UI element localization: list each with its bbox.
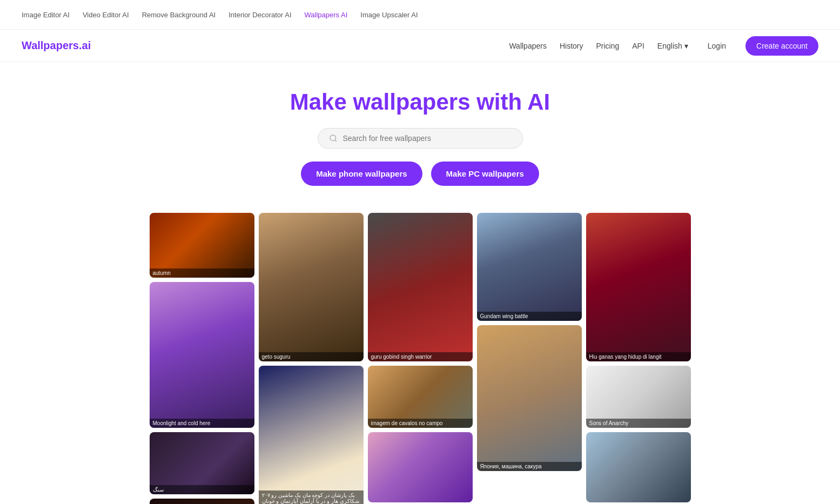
gallery-label-c3-1: guru gobind singh warrior <box>368 352 473 361</box>
gallery-card-c1-4[interactable] <box>150 499 254 504</box>
gallery-image-c4-1 <box>477 213 582 321</box>
gallery-image-c2-2 <box>259 366 364 504</box>
gallery-image-c1-1 <box>150 213 254 278</box>
gallery-card-c3-2[interactable]: imagem de cavalos no campo <box>368 366 473 428</box>
top-bar-links: Image Editor AI Video Editor AI Remove B… <box>22 11 418 19</box>
gallery: autumnMoonlight and cold hereسنگgeto sug… <box>0 202 840 504</box>
gallery-image-c5-3 <box>586 432 691 502</box>
gallery-card-c2-1[interactable]: geto suguru <box>259 213 364 361</box>
nav-wallpapers[interactable]: Wallpapers <box>509 42 547 50</box>
gallery-column-3: guru gobind singh warriorimagem de caval… <box>368 213 473 504</box>
topbar-link-interior-decorator[interactable]: Interior Decorator AI <box>229 11 291 19</box>
gallery-column-1: autumnMoonlight and cold hereسنگ <box>150 213 254 504</box>
login-button[interactable]: Login <box>701 37 733 55</box>
hero-buttons: Make phone wallpapers Make PC wallpapers <box>11 162 829 186</box>
search-input[interactable] <box>343 134 512 143</box>
gallery-label-c3-2: imagem de cavalos no campo <box>368 419 473 428</box>
gallery-label-c1-1: autumn <box>150 268 254 278</box>
gallery-column-2: geto suguruیک پارشان در کوچه مان یک ماشی… <box>259 213 364 504</box>
gallery-label-c1-3: سنگ <box>150 485 254 494</box>
gallery-label-c2-1: geto suguru <box>259 352 364 361</box>
gallery-card-c1-3[interactable]: سنگ <box>150 432 254 494</box>
language-button[interactable]: English ▾ <box>657 42 688 50</box>
make-pc-wallpapers-button[interactable]: Make PC wallpapers <box>431 162 539 186</box>
gallery-label-c4-1: Gundam wing battle <box>477 312 582 321</box>
gallery-image-c3-3 <box>368 432 473 502</box>
gallery-image-c2-1 <box>259 213 364 361</box>
gallery-card-c5-3[interactable] <box>586 432 691 502</box>
gallery-card-c2-2[interactable]: یک پارشان در کوچه مان یک ماشین رو ۲۰۷ شک… <box>259 366 364 504</box>
gallery-card-c3-1[interactable]: guru gobind singh warrior <box>368 213 473 361</box>
gallery-card-c4-2[interactable]: Япония, машина, сакура <box>477 325 582 471</box>
topbar-link-image-editor[interactable]: Image Editor AI <box>22 11 70 19</box>
gallery-image-c5-1 <box>586 213 691 361</box>
gallery-card-c1-1[interactable]: autumn <box>150 213 254 278</box>
gallery-image-c1-4 <box>150 499 254 504</box>
chevron-down-icon: ▾ <box>684 42 688 50</box>
hero-section: Make wallpapers with AI Make phone wallp… <box>0 62 840 202</box>
svg-line-1 <box>335 140 337 142</box>
hero-title: Make wallpapers with AI <box>11 89 829 115</box>
svg-point-0 <box>330 135 336 141</box>
search-icon <box>329 134 338 143</box>
main-nav: Wallpapers.ai Wallpapers History Pricing… <box>0 30 840 62</box>
gallery-column-5: Hiu ganas yang hidup di langitSons of An… <box>586 213 691 504</box>
nav-api[interactable]: API <box>632 42 644 50</box>
gallery-image-c4-2 <box>477 325 582 471</box>
gallery-card-c4-1[interactable]: Gundam wing battle <box>477 213 582 321</box>
gallery-image-c1-2 <box>150 282 254 428</box>
create-account-button[interactable]: Create account <box>745 36 818 56</box>
gallery-column-4: Gundam wing battleЯпония, машина, сакура <box>477 213 582 504</box>
nav-links: Wallpapers History Pricing API English ▾… <box>509 36 818 56</box>
logo[interactable]: Wallpapers.ai <box>22 39 91 52</box>
gallery-label-c5-1: Hiu ganas yang hidup di langit <box>586 352 691 361</box>
gallery-image-c3-1 <box>368 213 473 361</box>
gallery-card-c5-2[interactable]: Sons of Anarchy <box>586 366 691 428</box>
nav-history[interactable]: History <box>560 42 583 50</box>
search-bar[interactable] <box>318 128 523 149</box>
gallery-card-c1-2[interactable]: Moonlight and cold here <box>150 282 254 428</box>
gallery-label-c1-2: Moonlight and cold here <box>150 419 254 428</box>
topbar-link-wallpapers[interactable]: Wallpapers AI <box>305 11 348 19</box>
topbar-link-image-upscaler[interactable]: Image Upscaler AI <box>360 11 418 19</box>
make-phone-wallpapers-button[interactable]: Make phone wallpapers <box>301 162 422 186</box>
gallery-label-c5-2: Sons of Anarchy <box>586 419 691 428</box>
gallery-label-c2-2: یک پارشان در کوچه مان یک ماشین رو ۲۰۷ شک… <box>259 490 364 504</box>
gallery-card-c3-3[interactable] <box>368 432 473 502</box>
top-bar: Image Editor AI Video Editor AI Remove B… <box>0 0 840 30</box>
topbar-link-remove-bg[interactable]: Remove Background AI <box>142 11 216 19</box>
nav-pricing[interactable]: Pricing <box>596 42 619 50</box>
gallery-card-c5-1[interactable]: Hiu ganas yang hidup di langit <box>586 213 691 361</box>
topbar-link-video-editor[interactable]: Video Editor AI <box>83 11 129 19</box>
gallery-label-c4-2: Япония, машина, сакура <box>477 462 582 471</box>
